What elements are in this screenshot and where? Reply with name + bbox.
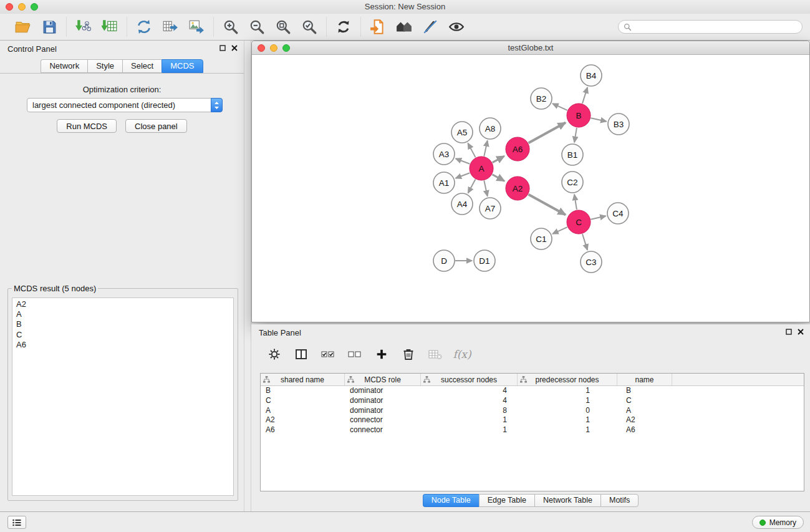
column-header-mcds-role[interactable]: MCDS role — [345, 374, 421, 385]
export-table-button[interactable] — [160, 16, 180, 37]
edge-A-A6[interactable] — [493, 156, 504, 162]
add-row-button[interactable] — [374, 346, 390, 362]
table-row[interactable]: Bdominator41B — [261, 386, 804, 396]
tab-select[interactable]: Select — [122, 59, 162, 73]
network-graph[interactable]: B4B2BB3A5A8A6B1A3AC2A1A2A4A7C4CC1C3DD1 — [252, 55, 809, 322]
search-box[interactable] — [618, 20, 803, 34]
import-network-from-file-button[interactable] — [74, 16, 94, 37]
zoom-out-button[interactable] — [247, 16, 267, 37]
tab-style[interactable]: Style — [87, 59, 122, 73]
zoom-selected-button[interactable] — [299, 16, 319, 37]
node-table[interactable]: shared name MCDS role successor nodes pr… — [260, 373, 804, 491]
edge-A-A3[interactable] — [456, 158, 470, 164]
export-image-button[interactable] — [186, 16, 206, 37]
edge-B-B3[interactable] — [591, 118, 607, 121]
edge-A-A5[interactable] — [468, 143, 475, 158]
edge-B-B4[interactable] — [582, 87, 587, 104]
edge-A6-B[interactable] — [529, 123, 566, 143]
document-import-button[interactable] — [368, 16, 388, 37]
mcds-result-item[interactable]: A — [12, 309, 233, 319]
node-B3[interactable]: B3 — [608, 114, 629, 135]
mcds-result-list[interactable]: A2ABCA6 — [12, 297, 234, 496]
column-header-shared-name[interactable]: shared name — [261, 374, 345, 385]
edge-C-C3[interactable] — [582, 234, 587, 250]
panel-splitter[interactable] — [244, 41, 251, 511]
node-A1[interactable]: A1 — [433, 172, 455, 193]
node-A5[interactable]: A5 — [451, 122, 473, 143]
deselect-all-rows-button[interactable] — [347, 346, 363, 362]
tab-node-table[interactable]: Node Table — [423, 494, 479, 507]
table-row[interactable]: Adominator80A — [261, 406, 804, 416]
table-settings-button[interactable] — [266, 346, 282, 362]
edge-A-A4[interactable] — [468, 180, 476, 193]
search-input[interactable] — [635, 22, 797, 32]
edge-C-C4[interactable] — [591, 216, 606, 219]
delete-columns-button[interactable] — [427, 346, 443, 362]
node-A4[interactable]: A4 — [451, 193, 473, 215]
mcds-result-item[interactable]: A2 — [12, 299, 233, 309]
node-C[interactable]: C — [567, 210, 591, 234]
tab-network-table[interactable]: Network Table — [534, 494, 600, 507]
refresh-button[interactable] — [334, 16, 354, 37]
edge-A-A8[interactable] — [484, 141, 487, 157]
node-D1[interactable]: D1 — [474, 250, 495, 271]
node-D[interactable]: D — [433, 250, 455, 271]
zoom-fit-button[interactable] — [273, 16, 293, 37]
delete-row-button[interactable] — [400, 346, 417, 362]
edge-C-C2[interactable] — [574, 195, 577, 210]
show-columns-button[interactable] — [293, 346, 309, 362]
node-B2[interactable]: B2 — [531, 88, 552, 109]
save-session-button[interactable] — [39, 16, 59, 37]
mcds-result-item[interactable]: A6 — [12, 340, 233, 350]
function-builder-button[interactable]: f(x) — [454, 346, 470, 362]
select-all-rows-button[interactable] — [320, 346, 336, 362]
edge-C-C1[interactable] — [552, 227, 567, 234]
edge-A2-C[interactable] — [529, 195, 566, 215]
zoom-in-button[interactable] — [221, 16, 241, 37]
edge-A-A2[interactable] — [493, 175, 505, 181]
tab-motifs[interactable]: Motifs — [600, 494, 639, 507]
home-button[interactable] — [394, 16, 414, 37]
run-mcds-button[interactable]: Run MCDS — [57, 119, 117, 133]
node-C1[interactable]: C1 — [531, 228, 552, 249]
node-A6[interactable]: A6 — [506, 137, 529, 161]
node-A2[interactable]: A2 — [506, 177, 529, 200]
node-A3[interactable]: A3 — [433, 143, 455, 165]
edge-B-B1[interactable] — [574, 128, 577, 142]
node-A7[interactable]: A7 — [480, 198, 501, 219]
float-table-panel-button[interactable] — [786, 329, 792, 335]
node-A[interactable]: A — [470, 157, 493, 180]
tab-mcds[interactable]: MCDS — [162, 59, 203, 73]
column-header-successor-nodes[interactable]: successor nodes — [421, 374, 518, 385]
edge-A-A7[interactable] — [484, 181, 487, 196]
network-window-titlebar[interactable]: testGlobe.txt — [252, 41, 809, 55]
mcds-result-item[interactable]: B — [12, 319, 233, 329]
tab-edge-table[interactable]: Edge Table — [479, 494, 534, 507]
node-C4[interactable]: C4 — [607, 203, 629, 224]
annotations-off-button[interactable] — [420, 16, 440, 37]
clone-network-button[interactable] — [134, 16, 154, 37]
node-A8[interactable]: A8 — [480, 118, 501, 139]
table-row[interactable]: A2connector11A2 — [261, 415, 804, 425]
node-B[interactable]: B — [567, 104, 591, 127]
edge-A-A1[interactable] — [456, 173, 470, 178]
table-row[interactable]: A6connector11A6 — [261, 425, 804, 435]
memory-button[interactable]: Memory — [752, 516, 804, 529]
tab-network[interactable]: Network — [41, 59, 87, 73]
node-B4[interactable]: B4 — [581, 65, 602, 86]
task-history-button[interactable] — [7, 516, 26, 529]
open-session-button[interactable] — [13, 16, 33, 37]
node-B1[interactable]: B1 — [562, 144, 583, 165]
edge-B-B2[interactable] — [552, 104, 567, 110]
float-panel-button[interactable] — [219, 45, 226, 51]
column-header-predecessor-nodes[interactable]: predecessor nodes — [518, 374, 617, 385]
import-table-from-file-button[interactable] — [100, 16, 120, 37]
show-hide-button[interactable] — [446, 16, 466, 37]
close-panel-button[interactable] — [231, 45, 238, 51]
close-table-panel-button[interactable] — [798, 329, 804, 335]
node-C2[interactable]: C2 — [562, 172, 583, 193]
node-C3[interactable]: C3 — [581, 251, 602, 273]
column-header-name[interactable]: name — [617, 374, 672, 385]
table-row[interactable]: Cdominator41C — [261, 396, 804, 406]
close-panel-button-secondary[interactable]: Close panel — [125, 119, 187, 133]
